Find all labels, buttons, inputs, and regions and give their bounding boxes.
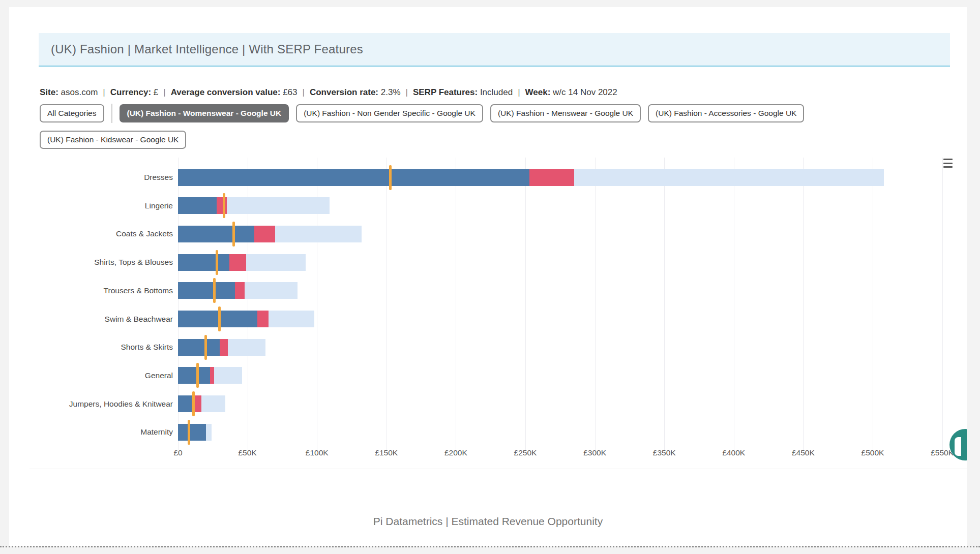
meta-bar: Site: asos.com|Currency: £|Average conve… — [40, 87, 950, 98]
category-label: Coats & Jackets — [9, 229, 173, 238]
page-dotted-separator — [0, 546, 980, 547]
dark-blue-segment[interactable] — [178, 197, 217, 214]
pink-segment[interactable] — [235, 282, 245, 299]
orange-marker[interactable] — [218, 306, 221, 331]
chart-plot-area: £0£50K£100K£150K£200K£250K£300K£350K£400… — [178, 158, 967, 450]
light-blue-segment[interactable] — [228, 339, 265, 356]
pink-segment[interactable] — [257, 311, 269, 327]
orange-marker[interactable] — [188, 420, 190, 445]
meta-item: Conversion rate: 2.3% — [310, 87, 401, 97]
gridline — [873, 158, 873, 450]
filter-button[interactable]: All Categories — [40, 104, 104, 122]
x-axis-tick-label: £50K — [238, 448, 256, 457]
dark-blue-segment[interactable] — [178, 395, 192, 412]
meta-separator: | — [518, 87, 520, 97]
meta-item: Currency: £ — [110, 87, 159, 97]
orange-marker[interactable] — [192, 391, 195, 416]
category-label: Shorts & Skirts — [9, 343, 173, 352]
orange-marker[interactable] — [216, 250, 218, 275]
x-axis-tick-label: £300K — [583, 448, 606, 457]
orange-marker[interactable] — [213, 278, 216, 303]
x-axis-tick-label: £400K — [722, 448, 745, 457]
filter-button[interactable]: (UK) Fashion - Kidswear - Google UK — [40, 131, 186, 149]
category-filter-row-1: All Categories(UK) Fashion - Womenswear … — [40, 104, 804, 123]
dark-blue-segment[interactable] — [178, 367, 210, 384]
dark-blue-segment[interactable] — [178, 282, 235, 299]
chart-footer-caption: Pi Datametrics | Estimated Revenue Oppor… — [9, 515, 967, 528]
gridline — [734, 158, 734, 450]
pink-segment[interactable] — [217, 197, 226, 214]
category-label: General — [9, 371, 173, 380]
category-label: Maternity — [9, 427, 173, 437]
x-axis-tick-label: £450K — [792, 448, 815, 457]
meta-item: Average conversion value: £63 — [171, 87, 298, 97]
x-axis-tick-label: £100K — [306, 448, 329, 457]
chart-category-labels: DressesLingerieCoats & JacketsShirts, To… — [9, 158, 173, 452]
light-blue-segment[interactable] — [245, 282, 298, 299]
light-blue-segment[interactable] — [214, 367, 242, 384]
gridline — [525, 158, 526, 450]
meta-item: Site: asos.com — [40, 87, 98, 97]
meta-item: Week: w/c 14 Nov 2022 — [525, 87, 617, 97]
fab-logo-icon — [955, 437, 961, 456]
light-blue-segment[interactable] — [201, 395, 225, 412]
meta-separator: | — [303, 87, 305, 97]
orange-marker[interactable] — [223, 193, 225, 218]
category-label: Swim & Beachwear — [9, 315, 173, 324]
gridline — [387, 158, 387, 450]
dark-blue-segment[interactable] — [178, 424, 206, 441]
x-axis-tick-label: £250K — [514, 448, 537, 457]
orange-marker[interactable] — [196, 363, 199, 388]
chart-baseline — [29, 469, 967, 469]
x-axis-tick-label: £150K — [375, 448, 398, 457]
light-blue-segment[interactable] — [206, 424, 212, 441]
gridline — [664, 158, 665, 450]
filter-divider — [111, 104, 112, 123]
page-title: (UK) Fashion | Market Intelligence | Wit… — [51, 42, 363, 56]
meta-separator: | — [103, 87, 105, 97]
dark-blue-segment[interactable] — [178, 169, 529, 186]
orange-marker[interactable] — [204, 335, 207, 360]
meta-separator: | — [406, 87, 408, 97]
chart-context-menu-icon[interactable] — [942, 158, 954, 168]
dark-blue-segment[interactable] — [178, 339, 220, 356]
gridline — [942, 158, 943, 450]
pink-segment[interactable] — [254, 226, 275, 242]
category-label: Jumpers, Hoodies & Knitwear — [9, 399, 173, 409]
filter-button[interactable]: (UK) Fashion - Non Gender Specific - Goo… — [296, 104, 483, 122]
dark-blue-segment[interactable] — [178, 311, 257, 327]
x-axis-tick-label: £350K — [653, 448, 676, 457]
light-blue-segment[interactable] — [275, 226, 361, 242]
category-label: Dresses — [9, 173, 173, 182]
dark-blue-segment[interactable] — [178, 226, 254, 242]
filter-button[interactable]: (UK) Fashion - Accessories - Google UK — [648, 104, 804, 122]
meta-separator: | — [163, 87, 165, 97]
report-header: (UK) Fashion | Market Intelligence | Wit… — [39, 33, 950, 67]
meta-item: SERP Features: Included — [413, 87, 513, 97]
category-label: Shirts, Tops & Blouses — [9, 258, 173, 267]
light-blue-segment[interactable] — [574, 169, 884, 186]
x-axis-tick-label: £500K — [862, 448, 884, 457]
pink-segment[interactable] — [220, 339, 228, 356]
gridline — [803, 158, 804, 450]
gridline — [456, 158, 456, 450]
dark-blue-segment[interactable] — [178, 254, 229, 271]
light-blue-segment[interactable] — [269, 311, 314, 327]
filter-button[interactable]: (UK) Fashion - Menswear - Google UK — [490, 104, 641, 122]
x-axis-tick-label: £200K — [444, 448, 467, 457]
pink-segment[interactable] — [529, 169, 574, 186]
pink-segment[interactable] — [229, 254, 246, 271]
pink-segment[interactable] — [210, 367, 214, 384]
category-label: Lingerie — [9, 201, 173, 210]
x-axis-tick-label: £0 — [173, 448, 182, 457]
report-card: (UK) Fashion | Market Intelligence | Wit… — [9, 7, 967, 546]
orange-marker[interactable] — [232, 222, 235, 247]
filter-button[interactable]: (UK) Fashion - Womenswear - Google UK — [120, 104, 289, 122]
light-blue-segment[interactable] — [227, 197, 330, 214]
gridline — [595, 158, 596, 450]
category-label: Trousers & Bottoms — [9, 286, 173, 295]
orange-marker[interactable] — [389, 165, 392, 190]
light-blue-segment[interactable] — [246, 254, 306, 271]
category-filter-row-2: (UK) Fashion - Kidswear - Google UK — [40, 131, 186, 149]
